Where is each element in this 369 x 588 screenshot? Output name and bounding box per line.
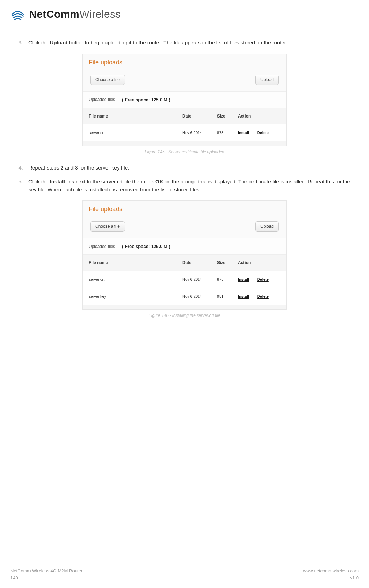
delete-link[interactable]: Delete — [257, 131, 269, 135]
brand-bold: NetComm — [29, 8, 79, 20]
brand-logo-icon — [10, 7, 25, 21]
table-header: File name Date Size Action — [83, 108, 286, 124]
file-uploads-panel-1: File uploads Choose a file Upload Upload… — [82, 54, 287, 146]
free-space: ( Free space: 125.0 M ) — [122, 244, 170, 249]
figure-caption: Figure 145 - Server certificate file upl… — [82, 149, 287, 154]
col-action: Action — [238, 114, 280, 119]
delete-link[interactable]: Delete — [257, 277, 269, 282]
install-link[interactable]: Install — [238, 131, 249, 135]
cell-size: 875 — [217, 277, 238, 282]
cell-date: Nov 6 2014 — [182, 131, 217, 135]
col-date: Date — [182, 260, 217, 265]
cell-size: 875 — [217, 131, 238, 135]
step-5: 5. Click the Install link next to the se… — [17, 178, 359, 193]
panel-title: File uploads — [83, 201, 286, 218]
step-text: Click the Upload button to begin uploadi… — [28, 39, 359, 47]
col-date: Date — [182, 114, 217, 119]
cell-file-name: server.crt — [89, 277, 182, 282]
choose-file-button[interactable]: Choose a file — [90, 75, 125, 85]
col-file-name: File name — [89, 114, 182, 119]
panel-footer — [83, 141, 286, 146]
step-4: 4. Repeat steps 2 and 3 for the server k… — [17, 164, 359, 172]
step-text: Repeat steps 2 and 3 for the server key … — [28, 164, 359, 172]
upload-button[interactable]: Upload — [255, 75, 279, 85]
uploaded-files-label: Uploaded files — [89, 244, 115, 249]
col-size: Size — [217, 260, 238, 265]
footer-version: v1.0 — [303, 574, 359, 581]
col-file-name: File name — [89, 260, 182, 265]
panel-footer — [83, 305, 286, 309]
table-row: server.crt Nov 6 2014 875 Install Delete — [83, 124, 286, 141]
step-text: Click the Install link next to the serve… — [28, 178, 359, 193]
file-uploads-panel-2: File uploads Choose a file Upload Upload… — [82, 200, 287, 310]
step-3: 3. Click the Upload button to begin uplo… — [17, 39, 359, 47]
table-row: server.key Nov 6 2014 951 Install Delete — [83, 288, 286, 305]
col-size: Size — [217, 114, 238, 119]
table-row: server.crt Nov 6 2014 875 Install Delete — [83, 271, 286, 288]
upload-button[interactable]: Upload — [255, 221, 279, 232]
step-number: 3. — [17, 39, 23, 47]
footer-page-number: 140 — [10, 574, 83, 581]
footer-product: NetComm Wireless 4G M2M Router — [10, 568, 83, 574]
brand-text: NetCommWireless — [29, 8, 121, 20]
delete-link[interactable]: Delete — [257, 294, 269, 299]
step-number: 4. — [17, 164, 23, 172]
uploaded-files-label: Uploaded files — [89, 97, 115, 102]
brand-light: Wireless — [79, 8, 121, 20]
cell-size: 951 — [217, 294, 238, 299]
free-space: ( Free space: 125.0 M ) — [122, 97, 170, 102]
choose-file-button[interactable]: Choose a file — [90, 221, 125, 232]
install-link[interactable]: Install — [238, 277, 249, 282]
cell-date: Nov 6 2014 — [182, 294, 217, 299]
table-header: File name Date Size Action — [83, 255, 286, 271]
cell-date: Nov 6 2014 — [182, 277, 217, 282]
col-action: Action — [238, 260, 280, 265]
step-number: 5. — [17, 178, 23, 193]
page-header: NetCommWireless — [10, 7, 359, 21]
page-footer: NetComm Wireless 4G M2M Router 140 www.n… — [10, 564, 359, 581]
footer-url: www.netcommwireless.com — [303, 568, 359, 574]
cell-file-name: server.key — [89, 294, 182, 299]
figure-caption: Figure 146 - Installing the server.crt f… — [82, 313, 287, 318]
panel-title: File uploads — [83, 54, 286, 71]
cell-file-name: server.crt — [89, 131, 182, 135]
install-link[interactable]: Install — [238, 294, 249, 299]
